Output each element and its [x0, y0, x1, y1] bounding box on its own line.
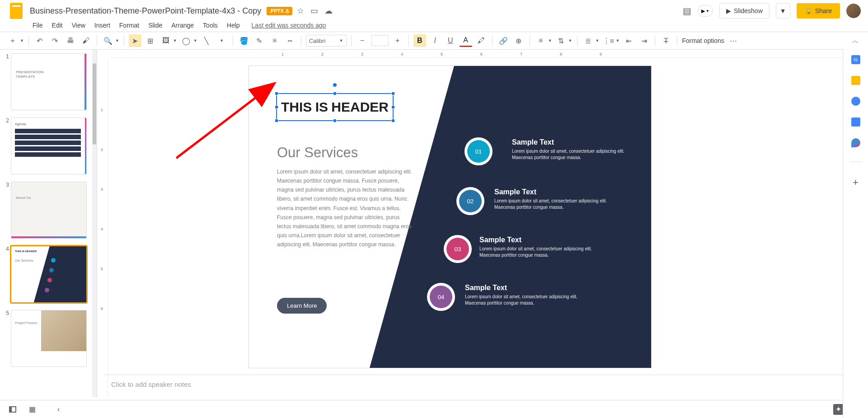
- menu-format[interactable]: Format: [119, 22, 139, 29]
- bottom-bar: ▦ ‹ ✦ ›: [0, 400, 868, 418]
- comment-button[interactable]: ⊕: [512, 34, 525, 47]
- textbox-tool[interactable]: ⊞: [144, 34, 157, 47]
- slides-logo[interactable]: [7, 2, 25, 20]
- numbered-list-button[interactable]: ≣▼: [582, 34, 600, 47]
- cloud-icon[interactable]: ☁: [324, 6, 333, 16]
- menu-view[interactable]: View: [72, 22, 85, 29]
- border-dash-button[interactable]: ┅: [284, 34, 296, 47]
- move-icon[interactable]: ▭: [310, 6, 318, 16]
- star-icon[interactable]: ☆: [297, 6, 304, 16]
- circle-04[interactable]: 04: [430, 286, 452, 308]
- image-tool[interactable]: 🖼▼: [160, 34, 177, 47]
- share-button[interactable]: 🔒Share: [797, 3, 840, 19]
- thumb-number: 4: [2, 246, 11, 303]
- line-tool[interactable]: ╲: [200, 34, 213, 47]
- underline-button[interactable]: U: [444, 34, 457, 47]
- fill-color-button[interactable]: 🪣: [238, 34, 250, 47]
- sample-text-1[interactable]: Sample TextLorem ipsum dolor sit amet, c…: [512, 138, 638, 161]
- clear-format-button[interactable]: T̶: [660, 34, 672, 47]
- slideshow-dropdown[interactable]: ▼: [776, 3, 790, 19]
- menu-edit[interactable]: Edit: [52, 22, 63, 29]
- thumbnail-scrollbar[interactable]: [92, 50, 97, 397]
- thumbnail-4[interactable]: THIS IS HEADER Our Services: [11, 246, 87, 303]
- bulleted-list-button[interactable]: ⋮≡▼: [602, 34, 619, 47]
- thumbnail-panel: 1 PRESENTATIONTEMPLATE 2 Agenda 3 About …: [0, 50, 97, 397]
- link-button[interactable]: 🔗: [497, 34, 510, 47]
- speaker-notes[interactable]: Click to add speaker notes: [104, 375, 843, 400]
- menu-tools[interactable]: Tools: [203, 22, 218, 29]
- add-addon-icon[interactable]: +: [853, 177, 859, 188]
- vertical-ruler: 12 34 56: [97, 58, 108, 397]
- menu-file[interactable]: File: [33, 22, 43, 29]
- sample-text-3[interactable]: Sample TextLorem ipsum dolor sit amet, c…: [479, 236, 606, 258]
- sample-text-2[interactable]: Sample TextLorem ipsum dolor sit amet, c…: [494, 188, 621, 211]
- meet-icon[interactable]: ▶▼: [698, 5, 713, 17]
- italic-button[interactable]: I: [429, 34, 441, 47]
- select-tool[interactable]: ➤: [129, 34, 141, 47]
- menu-help[interactable]: Help: [227, 22, 240, 29]
- body-text[interactable]: Lorem ipsum dolor sit amet, consectetuer…: [277, 167, 413, 249]
- slideshow-button[interactable]: ▶Slideshow: [719, 3, 769, 19]
- sample-text-4[interactable]: Sample TextLorem ipsum dolor sit amet, c…: [465, 284, 591, 306]
- menu-arrange[interactable]: Arrange: [171, 22, 194, 29]
- last-edit-link[interactable]: Last edit was seconds ago: [252, 22, 326, 29]
- line-spacing-button[interactable]: ⇅▼: [555, 34, 572, 47]
- circle-01[interactable]: 01: [467, 140, 490, 163]
- menu-insert[interactable]: Insert: [94, 22, 110, 29]
- rotate-handle[interactable]: [333, 83, 337, 87]
- canvas-area[interactable]: 12 34 56 78 9 12 34 56 THIS IS HEADER Ou…: [97, 50, 868, 397]
- undo-button[interactable]: ↶: [33, 34, 46, 47]
- new-slide-button[interactable]: ＋▼: [6, 34, 24, 47]
- shape-tool[interactable]: ◯▼: [180, 34, 197, 47]
- paint-format-button[interactable]: 🖌: [80, 34, 92, 47]
- zoom-button[interactable]: 🔍▼: [102, 34, 119, 47]
- keep-icon[interactable]: [851, 76, 860, 85]
- print-button[interactable]: 🖶: [64, 34, 77, 47]
- thumb-number: 5: [2, 310, 11, 367]
- account-avatar[interactable]: [846, 4, 861, 18]
- header-text[interactable]: THIS IS HEADER: [281, 99, 389, 115]
- collapse-toolbar-button[interactable]: ︿: [849, 34, 862, 47]
- title-text[interactable]: Our Services: [277, 145, 358, 161]
- selected-textbox[interactable]: THIS IS HEADER: [276, 93, 394, 121]
- font-size-inc[interactable]: +: [391, 34, 404, 47]
- thumbnail-3[interactable]: About Us: [11, 182, 87, 239]
- circle-02[interactable]: 02: [459, 190, 482, 212]
- slide-canvas[interactable]: THIS IS HEADER Our Services Lorem ipsum …: [249, 66, 651, 368]
- thumb-number: 2: [2, 117, 11, 174]
- thumb-number: 1: [2, 53, 11, 110]
- redo-button[interactable]: ↷: [49, 34, 61, 47]
- border-color-button[interactable]: ✎: [253, 34, 266, 47]
- align-button[interactable]: ≡▼: [535, 34, 552, 47]
- pptx-badge[interactable]: .PPTX ⚠: [267, 7, 292, 15]
- toolbar: ＋▼ ↶ ↷ 🖶 🖌 🔍▼ ➤ ⊞ 🖼▼ ◯▼ ╲ ▼ 🪣 ✎ ≡ ┅ Cali…: [0, 32, 868, 50]
- circle-03[interactable]: 03: [446, 238, 469, 260]
- menu-slide[interactable]: Slide: [148, 22, 162, 29]
- more-button[interactable]: ⋯: [727, 34, 740, 47]
- chevron-left-icon[interactable]: ‹: [57, 405, 60, 413]
- line-menu[interactable]: ▼: [216, 34, 228, 47]
- highlight-button[interactable]: 🖍: [475, 34, 488, 47]
- contacts-icon[interactable]: [851, 117, 860, 127]
- grid-view-icon[interactable]: ▦: [29, 405, 36, 413]
- indent-inc-button[interactable]: ⇥: [638, 34, 650, 47]
- border-weight-button[interactable]: ≡: [268, 34, 281, 47]
- thumbnail-5[interactable]: Project Process: [11, 310, 87, 367]
- font-select[interactable]: Calibri▼: [306, 35, 347, 47]
- font-size-dec[interactable]: −: [356, 34, 369, 47]
- comments-icon[interactable]: ▤: [683, 5, 691, 16]
- tasks-icon[interactable]: [851, 97, 860, 106]
- text-color-button[interactable]: A: [460, 34, 472, 47]
- calendar-icon[interactable]: 31: [851, 55, 860, 64]
- learn-more-button[interactable]: Learn More: [277, 298, 327, 314]
- doc-title-input[interactable]: [30, 6, 265, 16]
- thumbnail-1[interactable]: PRESENTATIONTEMPLATE: [11, 53, 87, 110]
- format-options-button[interactable]: Format options: [682, 37, 724, 44]
- font-size-input[interactable]: [371, 35, 389, 46]
- horizontal-ruler: 12 34 56 78 9: [110, 50, 868, 58]
- bold-button[interactable]: B: [413, 34, 426, 47]
- filmstrip-view-icon[interactable]: [9, 406, 16, 413]
- thumbnail-2[interactable]: Agenda: [11, 117, 87, 174]
- indent-dec-button[interactable]: ⇤: [622, 34, 635, 47]
- maps-icon[interactable]: [851, 138, 860, 147]
